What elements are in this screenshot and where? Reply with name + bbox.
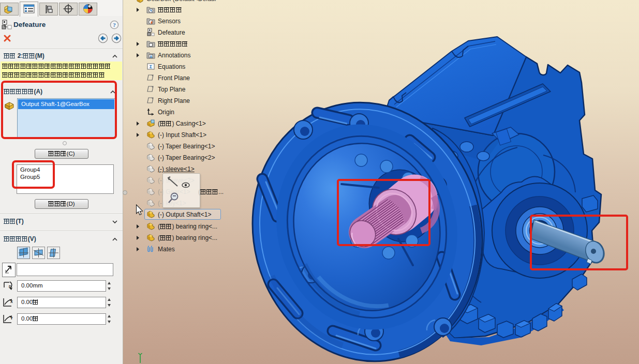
svg-text:Y: Y [10,316,13,320]
svg-text:Σ: Σ [150,64,153,69]
svg-text:?: ? [113,22,116,28]
svg-text:D: D [9,285,11,289]
svg-text:X: X [10,300,13,304]
svg-text:A: A [150,55,152,58]
